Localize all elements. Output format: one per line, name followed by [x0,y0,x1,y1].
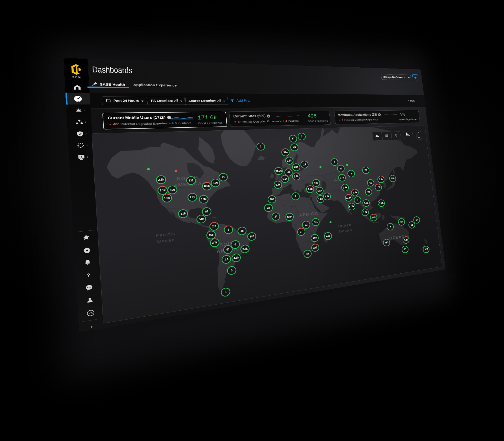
svg-text:TS: TS [89,312,93,315]
